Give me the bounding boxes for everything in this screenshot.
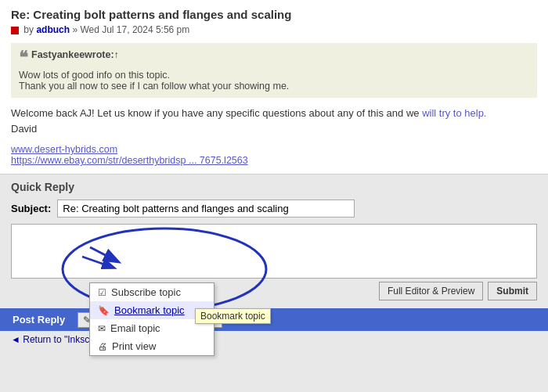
print-icon: 🖨 bbox=[98, 341, 107, 352]
return-link-bar: ◄ Return to "Inkscape" bbox=[0, 331, 548, 348]
post-meta-sep: » bbox=[72, 24, 80, 35]
bookmark-icon: 🔖 bbox=[98, 305, 110, 316]
full-editor-preview-button[interactable]: Full Editor & Preview bbox=[379, 282, 483, 300]
quote-mark: ❝ bbox=[19, 49, 28, 67]
quote-action: wrote: bbox=[85, 49, 114, 60]
bookmark-tooltip: Bookmark topic bbox=[195, 308, 271, 324]
qr-wrapper: ☑ Subscribe topic 🔖 Bookmark topic ✉ Ema… bbox=[11, 224, 537, 304]
post-link-1[interactable]: www.desert-hybrids.com bbox=[11, 144, 537, 155]
post-author-link[interactable]: adbuch bbox=[36, 24, 70, 35]
email-label: Email topic bbox=[110, 322, 160, 334]
submit-button[interactable]: Submit bbox=[488, 282, 537, 300]
quote-line-1: Wow lots of good info on this topic. bbox=[19, 70, 529, 81]
post-meta: by adbuch » Wed Jul 17, 2024 5:56 pm bbox=[11, 24, 537, 35]
post-links: www.desert-hybrids.com https://www.ebay.… bbox=[11, 144, 537, 166]
quote-author: Fastyankee bbox=[31, 49, 85, 60]
dropdown-item-subscribe[interactable]: ☑ Subscribe topic bbox=[90, 283, 214, 301]
post-link-2[interactable]: https://www.ebay.com/str/deserthybridsp … bbox=[11, 155, 537, 166]
post-datetime: Wed Jul 17, 2024 5:56 pm bbox=[80, 24, 189, 35]
bookmark-link[interactable]: Bookmark topic bbox=[114, 304, 185, 316]
editor-area[interactable] bbox=[11, 224, 537, 279]
post-meta-prefix: by bbox=[23, 24, 34, 35]
subscribe-label: Subscribe topic bbox=[111, 286, 181, 298]
check-icon: ☑ bbox=[98, 287, 106, 298]
post-reply-label: Post Reply bbox=[6, 311, 71, 328]
post-body: Welcome back AJ! Let us know if you have… bbox=[11, 106, 537, 136]
subject-label: Subject: bbox=[11, 203, 51, 214]
quote-header: ❝ Fastyankee wrote: ↑ bbox=[19, 49, 529, 67]
print-label: Print view bbox=[112, 340, 156, 352]
post-reply-bar: Post Reply ✎ ▼ ≡ ▼ ↩ ▼ bbox=[0, 308, 548, 331]
post-title: Re: Creating bolt patterns and flanges a… bbox=[11, 8, 537, 21]
quote-arrow: ↑ bbox=[114, 49, 119, 60]
subject-input[interactable] bbox=[57, 200, 355, 218]
post-body-line-2: David bbox=[11, 121, 537, 137]
quick-reply-section: Quick Reply Subject: bbox=[0, 174, 548, 308]
subject-row: Subject: bbox=[11, 200, 537, 218]
quote-block: ❝ Fastyankee wrote: ↑ Wow lots of good i… bbox=[11, 43, 537, 98]
post-container: Re: Creating bolt patterns and flanges a… bbox=[0, 0, 548, 174]
author-icon bbox=[11, 27, 19, 34]
quote-line-2: Thank you all now to see if I can follow… bbox=[19, 81, 529, 92]
email-icon: ✉ bbox=[98, 323, 106, 334]
dropdown-item-print[interactable]: 🖨 Print view bbox=[90, 337, 214, 355]
post-body-line-1: Welcome back AJ! Let us know if you have… bbox=[11, 106, 537, 121]
page-wrapper: Re: Creating bolt patterns and flanges a… bbox=[0, 0, 548, 348]
quick-reply-title: Quick Reply bbox=[11, 181, 537, 193]
